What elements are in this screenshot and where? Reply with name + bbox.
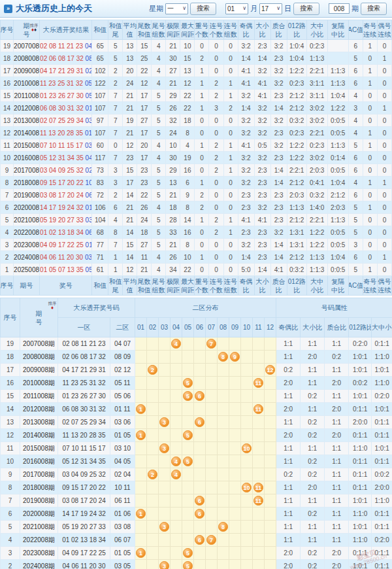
date-search-button[interactable]: 搜索	[293, 3, 319, 15]
cell-bms: 0:4:1	[306, 177, 327, 189]
cell-pos-11	[253, 455, 265, 468]
table-row: 10201600805 12 31 34 35 04 0511772317430…	[1, 152, 392, 164]
cell-pos-12	[265, 429, 276, 442]
cell-tailsum: 21	[137, 264, 152, 276]
t1-col-period[interactable]: 期号排序♦♦	[14, 20, 40, 40]
cell-serial: 10	[1, 455, 20, 468]
front-numbers: 07 10 11 15 17	[40, 142, 83, 149]
cell-pos-11: 11	[253, 377, 265, 390]
table-row: 15201100801 23 26 27 30 05 0610772117529…	[1, 90, 392, 102]
cell-pos-2	[147, 390, 159, 403]
t2-col-zone2: 二区	[110, 318, 135, 337]
cell-tailsum: 27	[137, 114, 152, 127]
cell-period: 2016008期	[20, 455, 58, 468]
cell-tailgroups: 5	[152, 177, 166, 189]
cell-maxgap: 19	[180, 152, 195, 164]
cell-pos-6	[194, 481, 206, 494]
cell-pos-8	[218, 455, 229, 468]
cell-pos-11	[253, 351, 265, 364]
cell-zone2-numbers: 03 08	[110, 521, 135, 534]
cell-pos-1: 1	[135, 508, 147, 521]
cell-tailsum: 18	[137, 226, 152, 239]
cell-pos-2	[147, 521, 159, 534]
cell-evenrun: 0	[377, 189, 391, 201]
cell-bms: 1:2:2	[306, 226, 327, 239]
t2-col-attr-2: 质合比	[325, 318, 349, 337]
cell-oddrun: 1	[363, 201, 377, 214]
cell-pos-10	[241, 337, 253, 351]
cell-zone1-numbers: 03 04 09 25 32	[58, 468, 110, 481]
issue-search-button[interactable]: 搜索	[361, 3, 387, 15]
cell-sum: 72	[92, 189, 108, 201]
day-select[interactable]: 17 ∨	[259, 3, 282, 14]
t2-group-attr: 号码属性	[276, 298, 392, 318]
cell-consec: 0	[209, 177, 223, 189]
cell-ac: 4	[348, 90, 363, 102]
cell-tailsum: 23	[137, 164, 152, 177]
table-row: 4202200801 02 13 18 34 06 07688141853316…	[1, 226, 392, 239]
cell-pos-2	[147, 494, 159, 508]
t2-group-numbers: 大乐透开奖号码	[58, 298, 135, 318]
cell-serial: 13	[1, 416, 20, 429]
cell-pos-12	[265, 337, 276, 351]
cell-pos-3	[159, 455, 171, 468]
cell-pos-4	[171, 364, 182, 377]
cell-pos-4: 4	[171, 337, 182, 351]
cell-road012: 2:1:2	[287, 90, 306, 102]
week-select[interactable]: 一 ∨	[165, 3, 188, 14]
cell-attr-4: 0:1:1	[372, 547, 392, 560]
cell-pos-3	[159, 494, 171, 508]
cell-limitgap: 21	[166, 239, 180, 251]
cell-sumtail: 2	[108, 189, 123, 201]
cell-oddrun: 0	[363, 239, 377, 251]
cell-ac: 6	[348, 77, 363, 90]
month-select[interactable]: 01 ∨	[225, 3, 248, 14]
cell-sum: 65	[92, 40, 108, 52]
cell-primecomp: 3:2	[270, 40, 287, 52]
cell-attr-4: 0:1:1	[372, 416, 392, 429]
cell-road012: 2:1:2	[287, 214, 306, 226]
cell-oddrun: 0	[363, 90, 377, 102]
cell-pos-1	[135, 560, 147, 569]
cell-attr-3: 1:1:0	[349, 534, 372, 547]
cell-pos-11: 11	[253, 494, 265, 508]
cell-pos-5	[182, 337, 194, 351]
cell-pos-7	[206, 521, 218, 534]
cell-pos-10	[241, 364, 253, 377]
cell-tailgroups: 5	[152, 239, 166, 251]
cell-oddeven: 3:2	[238, 40, 254, 52]
cell-maxgap: 12	[180, 77, 195, 90]
search-controls: 星期 一 ∨ 搜索 01 ∨ 月 17 ∨ 日 搜索	[140, 3, 387, 15]
t1-col-maxgap: 最大间距	[180, 20, 195, 40]
cell-period: 2015008	[14, 139, 40, 152]
cell-limitgap: 27	[166, 65, 180, 77]
cell-pos-12	[265, 521, 276, 534]
table-row: 13201300802 07 25 29 34 03 0697719275321…	[1, 114, 392, 127]
cell-pos-12	[265, 442, 276, 455]
sort-control[interactable]: 排序♦♦	[29, 23, 39, 33]
front-numbers: 04 06 11 20 30	[40, 254, 83, 261]
t2-col-period[interactable]: 期号排序♦	[20, 298, 58, 337]
t1-col-consec: 连号个数	[209, 20, 223, 40]
cell-evenrun: 0	[377, 264, 391, 276]
cell-serial: 13	[1, 114, 14, 127]
cell-evenrun: 1	[377, 102, 391, 114]
cell-road012: 0:3:2	[287, 114, 306, 127]
issue-input[interactable]	[329, 3, 350, 14]
back-number-ball: 4	[171, 470, 181, 479]
table-row: 162010008期11 23 25 31 3205 115112:01:12:…	[1, 377, 392, 390]
t1-col-tailsum: 尾数和值	[137, 276, 152, 296]
cell-sumtail: 6	[108, 201, 123, 214]
t1-col-road012: 012路比	[287, 20, 306, 40]
t1-col-oddeven: 奇偶比	[238, 20, 254, 40]
cell-zone2-numbers: 06 07	[110, 534, 135, 547]
back-numbers: 08 09	[86, 55, 92, 62]
week-search-button[interactable]: 搜索	[190, 3, 216, 15]
cell-consecgroups: 1	[223, 139, 238, 152]
cell-sumtail: 5	[108, 40, 123, 52]
cell-attr-3: 0:1:1	[349, 481, 372, 494]
t1-col-bms: 大中小比	[306, 276, 327, 296]
cell-consec: 2	[209, 226, 223, 239]
sort-control[interactable]: 排序♦	[48, 301, 57, 311]
cell-sum: 83	[92, 177, 108, 189]
